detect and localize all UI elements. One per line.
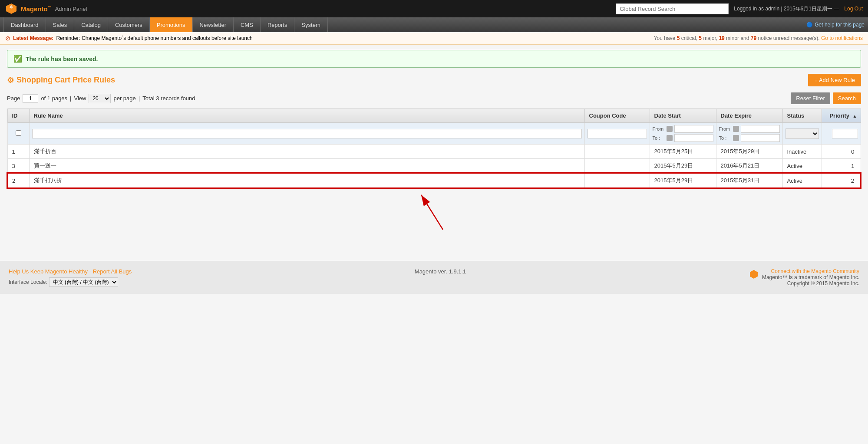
filter-id-cell — [7, 123, 29, 145]
alert-message: Reminder: Change Magento`s default phone… — [56, 35, 252, 41]
col-header-coupon-code: Coupon Code — [584, 109, 650, 123]
date-expire-to-cal-icon[interactable] — [733, 135, 739, 141]
page-number-input[interactable] — [23, 94, 38, 103]
svg-marker-5 — [750, 270, 758, 279]
page-title: ⚙ Shopping Cart Price Rules — [7, 76, 115, 85]
per-page-select[interactable]: 20 50 100 — [89, 94, 111, 103]
col-header-priority[interactable]: Priority ▲ — [822, 109, 861, 123]
col-header-date-start: Date Start — [650, 109, 716, 123]
filter-rule-name-input[interactable] — [32, 129, 582, 138]
row1-date-start: 2015年5月25日 — [650, 145, 716, 159]
data-table: ID Rule Name Coupon Code Date Start Date… — [7, 109, 861, 188]
filter-row: From To : From — [7, 123, 861, 145]
row3-coupon-code — [584, 173, 650, 188]
alert-right: You have 5 critical, 5 major, 19 minor a… — [654, 35, 863, 41]
alert-icon: ⊘ — [5, 35, 10, 42]
sidebar-item-dashboard[interactable]: Dashboard — [3, 17, 46, 32]
filter-status-select[interactable]: Active Inactive — [785, 128, 819, 139]
bug-report-link[interactable]: Help Us Keep Magento Healthy - Report Al… — [9, 268, 132, 275]
version-text: Magento ver. 1.9.1.1 — [415, 268, 466, 275]
filter-rule-name-cell — [29, 123, 584, 145]
date-start-to-cal-icon[interactable] — [667, 135, 673, 141]
footer-right: Connect with the Magento Community Magen… — [749, 268, 859, 286]
filter-id-checkbox[interactable] — [10, 130, 26, 136]
reset-filter-button[interactable]: Reset Filter — [791, 92, 830, 104]
logout-link[interactable]: Log Out — [844, 6, 863, 12]
filter-coupon-input[interactable] — [587, 129, 647, 138]
locale-select[interactable]: 中文 (台灣) / 中文 (台灣) — [49, 277, 118, 287]
row1-coupon-code — [584, 145, 650, 159]
pipe-separator2: | — [139, 95, 140, 102]
sidebar-item-reports[interactable]: Reports — [261, 17, 295, 32]
sidebar-item-newsletter[interactable]: Newsletter — [193, 17, 234, 32]
filter-status-cell: Active Inactive — [782, 123, 822, 145]
table-row[interactable]: 3 買一送一 2015年5月29日 2016年5月21日 Active 1 — [7, 159, 861, 174]
filter-priority-input[interactable] — [832, 129, 858, 138]
page-title-icon: ⚙ — [7, 76, 14, 85]
row3-date-start: 2015年5月29日 — [650, 173, 716, 188]
pagination-right: Reset Filter Search — [791, 92, 861, 104]
date-expire-from-label: From — [719, 126, 732, 132]
col-header-status: Status — [782, 109, 822, 123]
date-expire-to-label: To : — [719, 135, 732, 141]
row1-priority: 0 — [822, 145, 861, 159]
date-start-to-label: To : — [653, 135, 666, 141]
footer-center: Magento ver. 1.9.1.1 — [415, 268, 466, 275]
logo-brand: Magento™ — [21, 5, 52, 13]
copyright-text: Copyright © 2015 Magento Inc. — [787, 280, 859, 286]
date-start-from-label: From — [653, 126, 666, 132]
row3-priority: 2 — [822, 173, 861, 188]
date-start-from-input[interactable] — [674, 125, 713, 133]
view-label: View — [74, 95, 86, 102]
sidebar-item-customers[interactable]: Customers — [108, 17, 150, 32]
admin-panel-label: Admin Panel — [55, 6, 87, 12]
sidebar-item-promotions[interactable]: Promotions — [150, 17, 193, 32]
row2-id: 3 — [7, 159, 29, 174]
date-expire-from-cal-icon[interactable] — [733, 126, 739, 132]
filter-date-expire-cell: From To : — [716, 123, 782, 145]
search-button[interactable]: Search — [833, 92, 861, 104]
row3-date-expire: 2015年5月31日 — [716, 173, 782, 188]
row2-date-start: 2015年5月29日 — [650, 159, 716, 174]
magento-logo-icon — [5, 3, 17, 15]
logo-area: Magento™ Admin Panel — [5, 3, 87, 15]
row2-rule-name: 買一送一 — [29, 159, 584, 174]
footer-left: Help Us Keep Magento Healthy - Report Al… — [9, 268, 132, 287]
nav-bar: Dashboard Sales Catalog Customers Promot… — [0, 17, 868, 32]
total-records: Total 3 records found — [142, 95, 195, 102]
row1-date-expire: 2015年5月29日 — [716, 145, 782, 159]
table-row[interactable]: 2 滿千打八折 2015年5月29日 2015年5月31日 Active 2 — [7, 173, 861, 188]
user-info: Logged in as admin | 2015年6月1日星期一 — — [734, 5, 839, 13]
annotation-arrow-icon — [408, 186, 460, 234]
global-search-input[interactable] — [616, 3, 729, 14]
locale-label: Interface Locale: — [9, 279, 47, 285]
success-icon: ✅ — [13, 55, 22, 63]
svg-line-4 — [421, 195, 443, 230]
sidebar-item-system[interactable]: System — [294, 17, 327, 32]
pipe-separator: | — [70, 95, 71, 102]
sidebar-item-sales[interactable]: Sales — [46, 17, 75, 32]
filter-coupon-cell — [584, 123, 650, 145]
help-link[interactable]: 🔵 Get help for this page — [806, 22, 865, 28]
date-start-from-cal-icon[interactable] — [667, 126, 673, 132]
row2-priority: 1 — [822, 159, 861, 174]
table-row[interactable]: 1 滿千折百 2015年5月25日 2015年5月29日 Inactive 0 — [7, 145, 861, 159]
footer-top: Help Us Keep Magento Healthy - Report Al… — [9, 268, 859, 287]
community-link[interactable]: Connect with the Magento Community — [771, 268, 859, 274]
row1-status: Inactive — [782, 145, 822, 159]
date-expire-from-input[interactable] — [741, 125, 780, 133]
date-start-to-input[interactable] — [674, 134, 713, 142]
add-new-rule-button[interactable]: + Add New Rule — [808, 74, 861, 86]
date-expire-to-input[interactable] — [741, 134, 780, 142]
help-icon: 🔵 — [806, 22, 813, 28]
row1-rule-name: 滿千折百 — [29, 145, 584, 159]
go-notifications-link[interactable]: Go to notifications — [821, 35, 863, 41]
per-page-label: per page — [113, 95, 135, 102]
page-label: Page — [7, 95, 20, 102]
sidebar-item-catalog[interactable]: Catalog — [74, 17, 108, 32]
row2-date-expire: 2016年5月21日 — [716, 159, 782, 174]
sidebar-item-cms[interactable]: CMS — [234, 17, 261, 32]
priority-sort-icon: ▲ — [853, 114, 857, 118]
alert-label: Latest Message: — [13, 35, 53, 41]
page-heading: ⚙ Shopping Cart Price Rules + Add New Ru… — [7, 74, 861, 86]
